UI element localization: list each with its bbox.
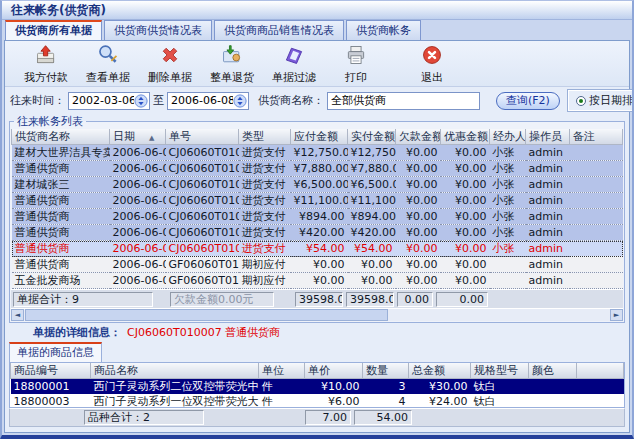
table-row[interactable]: 普通供货商2006-06-07GF06060T010001期初应付¥0.00¥0… [12, 257, 623, 273]
cell: 进货支付 [239, 177, 291, 193]
col-operator[interactable]: 操作员 [526, 129, 570, 145]
tab-supplier-sales-report[interactable]: 供货商商品销售情况表 [214, 20, 344, 40]
filter-documents-button-label: 单据过滤 [272, 70, 316, 85]
cell: ¥0.00 [441, 177, 490, 193]
cell: admin [526, 193, 570, 209]
date-to-field[interactable] [167, 92, 249, 110]
col-discount[interactable]: 优惠金额 [441, 129, 490, 145]
exit-button[interactable]: 退出 [401, 44, 463, 86]
products-tbody: 18800001西门子灵动系列二位双控带荧光中件¥10.003¥30.00钛白1… [11, 379, 624, 409]
tab-supplier-supply-report[interactable]: 供货商供货情况表 [104, 20, 212, 40]
col-handler[interactable]: 经办人 [490, 129, 526, 145]
col-quantity[interactable]: 数量 [363, 363, 409, 379]
table-row[interactable]: 五金批发商场2006-06-07GF06060T010002期初应付¥0.00¥… [12, 273, 623, 289]
col-spec-model[interactable]: 规格型号 [471, 363, 529, 379]
cell: 小张 [490, 225, 526, 241]
tab-supplier-accounts[interactable]: 供货商帐务 [346, 20, 421, 40]
view-document-button[interactable]: 查看单据 [77, 44, 139, 86]
cell: ¥12,750.0 [348, 145, 396, 161]
return-order-button[interactable]: 整单退货 [201, 44, 263, 86]
cell: 4 [363, 394, 409, 408]
horizontal-scrollbar[interactable]: ◄ ► [11, 308, 623, 321]
discount-total: 0.00 [436, 292, 488, 307]
accounts-table: 供货商名称 日期▲ 单号 类型 应付金额 实付金额 欠款金额 优惠金额 经办人 … [11, 129, 623, 289]
date-from-field[interactable] [68, 92, 150, 110]
document-detail-line: 单据的详细信息： CJ06060T010007 普通供货商 [5, 323, 629, 342]
cell: GF06060T010002 [166, 273, 239, 289]
cell: 3 [363, 379, 409, 395]
cell: ¥7,880.00 [348, 161, 396, 177]
date-spinner-icon[interactable] [134, 94, 148, 108]
supplier-name-input[interactable] [327, 92, 480, 110]
scrollbar-track[interactable] [24, 309, 610, 321]
col-paid[interactable]: 实付金额 [348, 129, 396, 145]
scroll-right-arrow-icon[interactable]: ► [610, 309, 623, 321]
col-product-code[interactable]: 商品编号 [11, 363, 91, 379]
scroll-left-arrow-icon[interactable]: ◄ [11, 309, 24, 321]
col-debt[interactable]: 欠款金额 [396, 129, 441, 145]
query-button[interactable]: 查询(F2) [496, 92, 560, 110]
scrollbar-thumb[interactable] [25, 309, 388, 321]
cell: ¥0.00 [441, 145, 490, 161]
tab-supplier-documents[interactable]: 供货商所有单据 [5, 20, 102, 40]
cell: 钛白 [471, 379, 529, 395]
table-row[interactable]: 18800001西门子灵动系列二位双控带荧光中件¥10.003¥30.00钛白 [11, 379, 624, 395]
cell: 小张 [490, 177, 526, 193]
print-button-label: 打印 [345, 70, 367, 85]
date-range-label: 往来时间： [10, 93, 65, 108]
table-row[interactable]: 普通供货商2006-06-07CJ06060T010007进货支付¥54.00¥… [12, 241, 623, 257]
cell: 普通供货商 [12, 209, 110, 225]
date-to-input[interactable] [171, 94, 233, 107]
exit-button-label: 退出 [421, 70, 443, 85]
cell: ¥0.00 [396, 273, 441, 289]
cell: ¥0.00 [396, 145, 441, 161]
cell: 2006-06-07 [110, 225, 166, 241]
pay-button[interactable]: 我方付款 [15, 44, 77, 86]
tab-document-products[interactable]: 单据的商品信息 [9, 342, 102, 362]
table-row[interactable]: 普通供货商2006-06-07CJ06060T010002进货支付¥7,880.… [12, 161, 623, 177]
col-product-name[interactable]: 商品名称 [91, 363, 259, 379]
document-detail-label: 单据的详细信息： [33, 325, 121, 340]
table-row[interactable]: 18800003西门子灵动系列一位双控带荧光大件¥6.004¥24.00钛白 [11, 394, 624, 408]
col-unit[interactable]: 单位 [259, 363, 305, 379]
cell: ¥0.00 [291, 273, 348, 289]
print-button[interactable]: 打印 [325, 44, 387, 86]
filter-documents-button[interactable]: 单据过滤 [263, 44, 325, 86]
cell: 西门子灵动系列二位双控带荧光中 [91, 379, 259, 395]
col-type[interactable]: 类型 [239, 129, 291, 145]
col-doc-number[interactable]: 单号 [166, 129, 239, 145]
cell: 西门子灵动系列一位双控带荧光大 [91, 394, 259, 408]
cell: ¥420.00 [291, 225, 348, 241]
date-from-input[interactable] [72, 94, 134, 107]
sort-by-date-radio[interactable]: 按日期排序 [576, 93, 634, 108]
table-row[interactable]: 普通供货商2006-06-07CJ06060T010004进货支付¥11,100… [12, 193, 623, 209]
cell: ¥10.00 [305, 379, 363, 395]
cell: ¥0.00 [396, 225, 441, 241]
col-date[interactable]: 日期▲ [110, 129, 166, 145]
col-remark[interactable]: 备注 [570, 129, 623, 145]
col-supplier-name[interactable]: 供货商名称 [12, 129, 110, 145]
table-row[interactable]: 建材城张三2006-06-07CJ06060T010003进货支付¥6,500.… [12, 177, 623, 193]
col-total-amount[interactable]: 总金额 [409, 363, 471, 379]
cell [570, 193, 623, 209]
col-payable[interactable]: 应付金额 [291, 129, 348, 145]
cell: ¥0.00 [291, 257, 348, 273]
table-row[interactable]: 建材大世界洁具专卖2006-06-07CJ06060T010001进货支付¥12… [12, 145, 623, 161]
date-range-separator: 至 [153, 93, 164, 108]
cell: 2006-06-07 [110, 209, 166, 225]
cell: 2006-06-07 [110, 145, 166, 161]
cell: ¥0.00 [396, 177, 441, 193]
table-row[interactable]: 普通供货商2006-06-07CJ06060T010006进货支付¥420.00… [12, 225, 623, 241]
cell: ¥11,100.0 [348, 193, 396, 209]
date-spinner-icon[interactable] [233, 94, 247, 108]
cell: 进货支付 [239, 145, 291, 161]
cell: ¥0.00 [348, 273, 396, 289]
delete-document-button[interactable]: 删除单据 [139, 44, 201, 86]
col-unit-price[interactable]: 单价 [305, 363, 363, 379]
cell: 普通供货商 [12, 225, 110, 241]
cell: ¥30.00 [409, 379, 471, 395]
document-detail-value: CJ06060T010007 普通供货商 [127, 325, 280, 340]
cell: admin [526, 241, 570, 257]
col-color[interactable]: 颜色 [529, 363, 577, 379]
table-row[interactable]: 普通供货商2006-06-07CJ06060T010005进货支付¥894.00… [12, 209, 623, 225]
